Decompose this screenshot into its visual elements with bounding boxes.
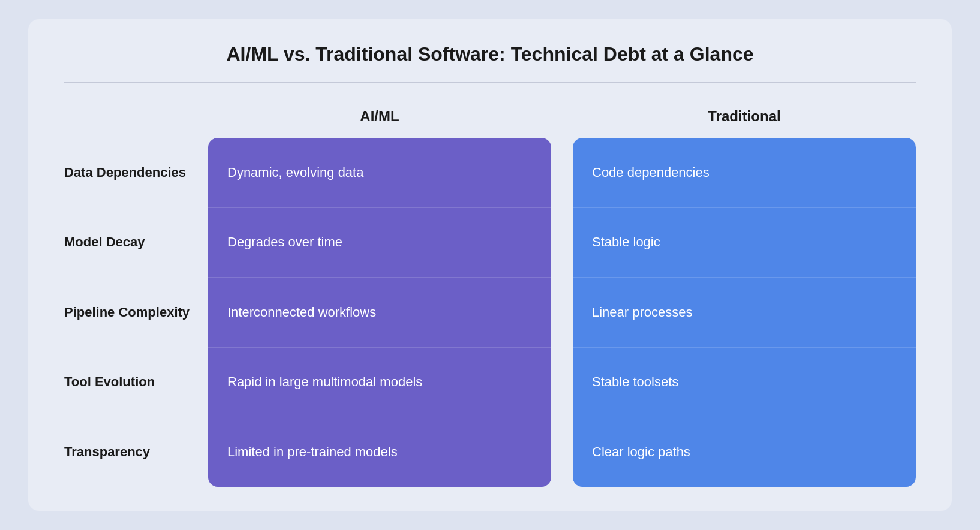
row-label-3: Tool Evolution [64, 347, 196, 417]
row-label-1: Model Decay [64, 207, 196, 277]
cell-traditional-2: Linear processes [573, 278, 916, 348]
row-label-2: Pipeline Complexity [64, 278, 196, 347]
cell-text-aiml-1: Degrades over time [227, 234, 342, 251]
row-label-0: Data Dependencies [64, 138, 196, 207]
cell-text-aiml-3: Rapid in large multimodal models [227, 374, 422, 391]
column-body-aiml: Dynamic, evolving dataDegrades over time… [208, 138, 551, 487]
content-area: Data DependenciesModel DecayPipeline Com… [64, 104, 916, 487]
cell-text-traditional-0: Code dependencies [592, 164, 710, 182]
cell-text-traditional-3: Stable toolsets [592, 374, 678, 391]
column-traditional: TraditionalCode dependenciesStable logic… [573, 104, 916, 487]
cell-aiml-3: Rapid in large multimodal models [208, 348, 551, 418]
column-header-traditional: Traditional [573, 104, 916, 128]
cell-aiml-4: Limited in pre-trained models [208, 417, 551, 487]
cell-traditional-1: Stable logic [573, 208, 916, 278]
cell-aiml-0: Dynamic, evolving data [208, 138, 551, 208]
cell-traditional-3: Stable toolsets [573, 348, 916, 418]
column-header-aiml: AI/ML [208, 104, 551, 128]
cell-text-traditional-1: Stable logic [592, 234, 660, 251]
cell-text-aiml-0: Dynamic, evolving data [227, 164, 363, 182]
cell-text-traditional-4: Clear logic paths [592, 444, 690, 461]
columns-area: AI/MLDynamic, evolving dataDegrades over… [208, 104, 916, 487]
cell-text-traditional-2: Linear processes [592, 304, 693, 321]
cell-traditional-0: Code dependencies [573, 138, 916, 208]
page-title: AI/ML vs. Traditional Software: Technica… [64, 43, 916, 83]
cell-aiml-1: Degrades over time [208, 208, 551, 278]
column-body-traditional: Code dependenciesStable logicLinear proc… [573, 138, 916, 487]
main-card: AI/ML vs. Traditional Software: Technica… [28, 19, 952, 511]
column-aiml: AI/MLDynamic, evolving dataDegrades over… [208, 104, 551, 487]
cell-traditional-4: Clear logic paths [573, 417, 916, 487]
row-labels-column: Data DependenciesModel DecayPipeline Com… [64, 104, 208, 487]
cell-text-aiml-2: Interconnected workflows [227, 304, 376, 321]
row-label-4: Transparency [64, 417, 196, 487]
cell-aiml-2: Interconnected workflows [208, 278, 551, 348]
cell-text-aiml-4: Limited in pre-trained models [227, 444, 398, 461]
